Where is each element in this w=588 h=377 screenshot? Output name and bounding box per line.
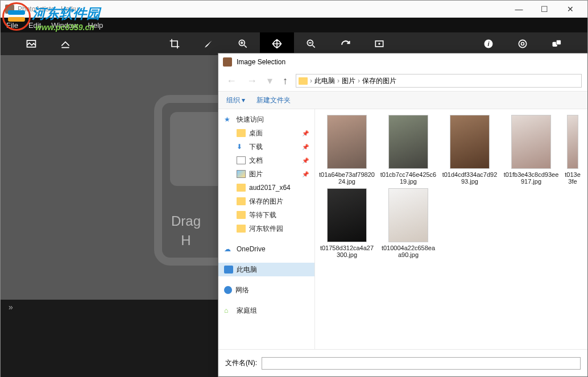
network-icon — [224, 286, 232, 294]
pin-icon: 📌 — [302, 158, 309, 164]
sidebar-item-this-pc[interactable]: 此电脑 — [218, 263, 314, 276]
picture-icon — [237, 170, 246, 178]
menu-window[interactable]: Window — [51, 21, 77, 30]
cloud-icon: ☁ — [224, 245, 233, 253]
svg-point-4 — [379, 43, 380, 44]
app-titlebar: PhotoArtista - Haiku — ☐ ✕ — [1, 1, 587, 18]
sidebar-item-downloads[interactable]: ⬇下载📌 — [218, 140, 314, 154]
dialog-footer: 文件名(N): — [218, 349, 587, 376]
folder-icon — [237, 129, 246, 137]
file-item[interactable]: t01cb7cc746e425c619.jpg — [380, 115, 437, 185]
sidebar-item-network[interactable]: 网络 — [218, 283, 314, 297]
pin-icon: 📌 — [302, 171, 309, 177]
dialog-sidebar: ★快速访问 桌面📌 ⬇下载📌 文档📌 图片📌 aud2017_x64 保存的图片… — [218, 109, 315, 349]
sidebar-item-pictures[interactable]: 图片📌 — [218, 167, 314, 181]
document-icon — [237, 156, 246, 164]
file-item[interactable]: t013e3fe — [564, 115, 581, 185]
folder-icon — [299, 77, 308, 85]
file-item[interactable]: t010004a22c658eaa90.jpg — [380, 188, 437, 258]
pan-button[interactable] — [260, 32, 294, 55]
dice-button[interactable] — [540, 32, 574, 55]
nav-back-icon[interactable]: ← — [224, 75, 239, 87]
window-controls: — ☐ ✕ — [506, 1, 583, 18]
dialog-navbar: ← → ▾ ↑ › 此电脑 › 图片 › 保存的图片 — [218, 71, 587, 91]
folder-icon — [237, 197, 246, 205]
sidebar-item-onedrive[interactable]: ☁OneDrive — [218, 242, 314, 256]
file-item[interactable]: t01d4cdf334ac7d9293.jpg — [441, 115, 498, 185]
dialog-titlebar: Image Selection — [218, 53, 587, 71]
menu-help[interactable]: Help — [88, 21, 103, 30]
file-item[interactable]: t01758d312ca4a27300.jpg — [318, 188, 375, 258]
svg-rect-10 — [556, 40, 561, 44]
file-dialog: Image Selection ← → ▾ ↑ › 此电脑 › 图片 › 保存的… — [218, 53, 588, 377]
zoom-in-button[interactable] — [226, 32, 260, 55]
redo-button[interactable] — [328, 32, 362, 55]
pin-icon: 📌 — [302, 144, 309, 150]
app-toolbar: i — [1, 32, 587, 55]
drop-text: DragH — [171, 212, 201, 250]
star-icon: ★ — [224, 115, 233, 123]
path-seg-1[interactable]: 此电脑 — [314, 76, 335, 86]
dialog-title: Image Selection — [237, 58, 285, 66]
folder-icon — [237, 184, 246, 192]
folder-icon — [237, 225, 246, 233]
download-icon: ⬇ — [237, 143, 246, 151]
nav-recent-icon[interactable]: ▾ — [265, 74, 275, 87]
crop-button[interactable] — [158, 32, 192, 55]
dialog-toolbar: 组织 新建文件夹 — [218, 91, 587, 109]
expand-chevron-icon[interactable]: » — [1, 303, 22, 312]
sidebar-item-quick-access[interactable]: ★快速访问 — [218, 113, 314, 126]
fit-screen-button[interactable] — [362, 32, 396, 55]
app-menubar: File Edit Window Help — [1, 18, 587, 32]
sidebar-item-saved-pictures[interactable]: 保存的图片 — [218, 194, 314, 208]
zoom-out-button[interactable] — [294, 32, 328, 55]
file-item[interactable]: t01a64be73af7982024.jpg — [318, 115, 375, 185]
settings-button[interactable] — [506, 32, 540, 55]
path-seg-2[interactable]: 图片 — [342, 76, 355, 86]
sidebar-item-documents[interactable]: 文档📌 — [218, 154, 314, 167]
new-folder-button[interactable]: 新建文件夹 — [256, 96, 291, 105]
path-seg-3[interactable]: 保存的图片 — [362, 76, 396, 86]
menu-edit[interactable]: Edit — [28, 21, 41, 30]
path-box[interactable]: › 此电脑 › 图片 › 保存的图片 — [296, 74, 582, 88]
sidebar-item-hedong[interactable]: 河东软件园 — [218, 222, 314, 235]
pin-icon: 📌 — [302, 130, 309, 136]
sidebar-item-homegroup[interactable]: ⌂家庭组 — [218, 304, 314, 317]
info-button[interactable]: i — [471, 32, 506, 55]
nav-forward-icon[interactable]: → — [245, 75, 259, 87]
filename-input[interactable] — [262, 357, 581, 370]
nav-up-icon[interactable]: ↑ — [280, 75, 290, 87]
brush-button[interactable] — [192, 32, 226, 55]
svg-point-7 — [519, 40, 526, 47]
sidebar-item-aud2017[interactable]: aud2017_x64 — [218, 181, 314, 194]
organize-button[interactable]: 组织 — [226, 96, 245, 105]
home-icon: ⌂ — [224, 306, 233, 314]
svg-point-8 — [521, 43, 524, 45]
file-list: t01a64be73af7982024.jpg t01cb7cc746e425c… — [315, 109, 587, 349]
folder-icon — [237, 211, 246, 219]
open-image-button[interactable] — [14, 32, 48, 55]
menu-file[interactable]: File — [6, 21, 18, 30]
close-button[interactable]: ✕ — [557, 1, 583, 18]
dialog-icon — [223, 57, 232, 67]
file-item[interactable]: t01fb3e43c8cd93ee917.jpg — [503, 115, 560, 185]
sidebar-item-pending-download[interactable]: 等待下载 — [218, 208, 314, 222]
dialog-body: ★快速访问 桌面📌 ⬇下载📌 文档📌 图片📌 aud2017_x64 保存的图片… — [218, 109, 587, 349]
maximize-button[interactable]: ☐ — [532, 1, 557, 18]
monitor-icon — [224, 266, 233, 274]
save-button[interactable] — [48, 32, 82, 55]
filename-label: 文件名(N): — [225, 358, 257, 368]
app-title: PhotoArtista - Haiku — [18, 5, 506, 13]
app-icon — [5, 5, 14, 14]
sidebar-item-desktop[interactable]: 桌面📌 — [218, 126, 314, 140]
minimize-button[interactable]: — — [506, 1, 532, 18]
